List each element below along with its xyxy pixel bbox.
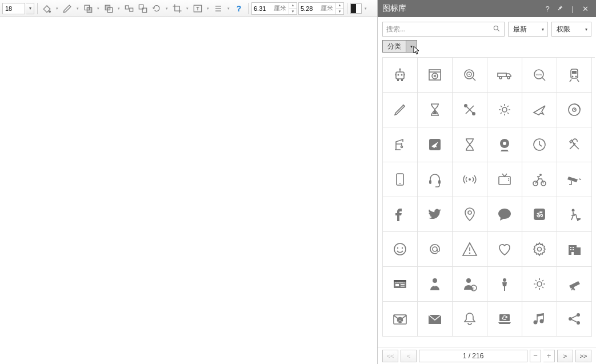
rotate-dropdown[interactable]: ▾ (164, 6, 170, 11)
font-size-dropdown[interactable]: ▾ (26, 3, 34, 14)
spacing-dropdown[interactable]: ▾ (226, 6, 231, 11)
height-input[interactable] (299, 5, 321, 12)
page-first-button[interactable]: << (382, 350, 398, 362)
canvas-area[interactable] (0, 17, 377, 364)
page-last-button[interactable]: >> (575, 350, 591, 362)
width-down[interactable]: ▼ (289, 9, 297, 14)
clock-icon[interactable] (522, 127, 557, 162)
category-filter-button[interactable]: 分类 ▾ (382, 40, 417, 53)
pen-dropdown[interactable]: ▾ (75, 6, 81, 11)
panel-pin-icon[interactable] (554, 5, 566, 13)
pencil-icon[interactable] (383, 93, 418, 127)
cleaning-icon[interactable] (557, 197, 592, 232)
hourglass-half-icon[interactable] (418, 93, 453, 127)
page-next-button[interactable]: > (557, 350, 573, 362)
webcam-icon[interactable] (487, 127, 522, 162)
om-square-icon[interactable]: ॐ (522, 197, 557, 232)
font-size-input[interactable] (2, 3, 25, 14)
color-swatch[interactable] (350, 3, 362, 14)
bell-icon[interactable] (453, 302, 487, 337)
window-error-icon[interactable] (418, 58, 453, 93)
help-icon[interactable]: ? (233, 2, 245, 15)
search-icon[interactable] (493, 25, 501, 34)
heart-icon[interactable] (487, 232, 522, 267)
id-card-icon[interactable]: EXPRESS (383, 267, 418, 302)
bring-forward-icon[interactable] (82, 2, 94, 15)
cyclist-icon[interactable] (522, 162, 557, 197)
search-box[interactable] (382, 22, 505, 37)
align-icon[interactable] (123, 2, 135, 15)
wrench-screwdriver-icon[interactable] (557, 127, 592, 162)
tools-icon[interactable] (453, 93, 487, 127)
paint-bucket-icon[interactable] (41, 2, 53, 15)
permission-select[interactable]: 权限▾ (551, 22, 591, 37)
search-www-icon[interactable]: www (522, 58, 557, 93)
person-suit-icon[interactable] (418, 267, 453, 302)
bring-dropdown[interactable]: ▾ (95, 6, 101, 11)
sort-select[interactable]: 最新▾ (508, 22, 548, 37)
airplane-box-icon[interactable] (418, 127, 453, 162)
music-icon[interactable] (522, 302, 557, 337)
svg-point-28 (464, 104, 467, 107)
share-icon[interactable] (557, 302, 592, 337)
svg-text:www: www (536, 73, 542, 76)
panel-help-icon[interactable]: ? (541, 5, 554, 13)
svg-point-18 (469, 74, 470, 75)
disc-icon[interactable] (557, 93, 592, 127)
warning-icon[interactable] (453, 232, 487, 267)
height-up[interactable]: ▲ (336, 3, 343, 9)
panel-close-icon[interactable]: ✕ (579, 5, 591, 13)
line-spacing-icon[interactable] (212, 2, 225, 15)
at-icon[interactable] (418, 232, 453, 267)
robot-icon[interactable] (383, 58, 418, 93)
headset-icon[interactable] (418, 162, 453, 197)
twitter-icon[interactable] (418, 197, 453, 232)
tv-icon[interactable] (487, 162, 522, 197)
hourglass-icon[interactable] (453, 127, 487, 162)
color-dropdown[interactable]: ▾ (363, 6, 369, 11)
train-icon[interactable] (557, 58, 592, 93)
zoom-in-button[interactable]: + (543, 350, 555, 362)
target-icon[interactable] (453, 58, 487, 93)
search-input[interactable] (386, 25, 493, 33)
width-input[interactable] (252, 5, 274, 12)
group-icon[interactable] (137, 2, 149, 15)
textbox-dropdown[interactable]: ▾ (205, 6, 211, 11)
paint-dropdown[interactable]: ▾ (54, 6, 60, 11)
laptop-sync-icon[interactable] (487, 302, 522, 337)
smile-icon[interactable] (383, 232, 418, 267)
airplane-icon[interactable] (522, 93, 557, 127)
svg-point-84 (534, 321, 538, 325)
facebook-icon[interactable] (383, 197, 418, 232)
crop-dropdown[interactable]: ▾ (185, 6, 190, 11)
zoom-out-button[interactable]: − (530, 350, 541, 362)
height-spinner[interactable]: 厘米 ▲▼ (298, 2, 344, 15)
rotate-icon[interactable] (150, 2, 163, 15)
envelope-icon[interactable] (418, 302, 453, 337)
pen-outline-icon[interactable] (61, 2, 74, 15)
crane-icon[interactable] (383, 127, 418, 162)
gear2-icon[interactable] (522, 267, 557, 302)
person-icon[interactable] (487, 267, 522, 302)
chat-bubble-icon[interactable] (487, 197, 522, 232)
send-backward-icon[interactable] (102, 2, 115, 15)
hospital-icon[interactable]: H (557, 232, 592, 267)
category-dropdown[interactable]: ▾ (406, 41, 417, 52)
tablet-icon[interactable] (383, 162, 418, 197)
crop-icon[interactable] (171, 2, 183, 15)
truck-icon[interactable] (487, 58, 522, 93)
cctv-icon[interactable] (557, 162, 592, 197)
email-at-icon[interactable] (383, 302, 418, 337)
map-pin-icon[interactable] (453, 197, 487, 232)
gear-outline-icon[interactable] (522, 232, 557, 267)
height-down[interactable]: ▼ (336, 9, 343, 14)
telescope-icon[interactable] (557, 267, 592, 302)
text-box-icon[interactable] (191, 2, 204, 15)
page-prev-button[interactable]: < (401, 350, 417, 362)
broadcast-icon[interactable] (453, 162, 487, 197)
person-info-icon[interactable]: i (453, 267, 487, 302)
width-up[interactable]: ▲ (289, 3, 297, 9)
width-spinner[interactable]: 厘米 ▲▼ (251, 2, 297, 15)
send-dropdown[interactable]: ▾ (116, 6, 122, 11)
gear-icon[interactable] (487, 93, 522, 127)
